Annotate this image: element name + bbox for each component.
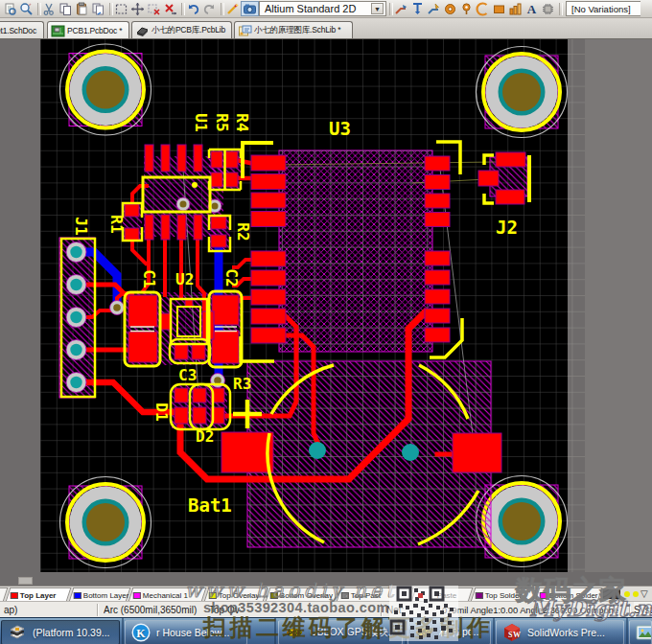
tab-pcblib[interactable]: 小七的PCB库.PcbLib bbox=[131, 21, 232, 38]
layer-color-swatch bbox=[209, 592, 217, 599]
layer-tab-bottom-overlay[interactable]: Bottom Overlay bbox=[266, 587, 339, 601]
paste-icon[interactable] bbox=[74, 1, 90, 16]
layer-tab-top-paste[interactable]: Top Past bbox=[337, 587, 414, 601]
layer-tab-mechanical1[interactable]: Mechanical 1 bbox=[128, 587, 207, 601]
edit-route-icon[interactable] bbox=[426, 1, 442, 16]
variant-combobox[interactable]: [No Variations] bbox=[566, 1, 640, 16]
designator-r3: R3 bbox=[233, 375, 251, 393]
layer-tab-label: Top Layer bbox=[20, 591, 57, 600]
undo-icon[interactable] bbox=[185, 1, 201, 16]
route-icon[interactable] bbox=[393, 1, 409, 16]
redo-icon[interactable] bbox=[201, 1, 218, 16]
taskbar-button-label: UBLOX GPS模块... bbox=[310, 626, 396, 639]
tab-sheet1-schdoc[interactable]: et1.SchDoc bbox=[0, 21, 44, 38]
cut-icon[interactable] bbox=[41, 1, 58, 16]
chevron-down-icon[interactable]: ▼ bbox=[371, 3, 384, 14]
image-viewer-icon bbox=[636, 623, 652, 642]
layer-dot-icon bbox=[633, 591, 639, 597]
taskbar-imageviewer-button[interactable] bbox=[629, 620, 652, 644]
status-divider bbox=[97, 604, 99, 616]
select-area-icon[interactable] bbox=[113, 1, 129, 16]
svg-text:PDF: PDF bbox=[417, 630, 431, 636]
tab-schlib[interactable]: 小七的原理图库.SchLib * bbox=[234, 21, 353, 38]
horizontal-scrollbar[interactable] bbox=[0, 572, 652, 586]
designator-r2: R2 bbox=[234, 222, 252, 241]
pad-icon[interactable] bbox=[442, 1, 458, 16]
designator-d2: D2 bbox=[196, 427, 214, 446]
copy-icon[interactable] bbox=[58, 1, 74, 16]
altium-designer-icon bbox=[8, 623, 27, 642]
arc-icon[interactable] bbox=[475, 1, 491, 16]
taskbar-separator bbox=[122, 618, 124, 644]
document-tabbar: et1.SchDoc PCB1.PcbDoc * 小七的PCB库.PcbLib … bbox=[0, 18, 652, 39]
layer-tab-bottom-paste[interactable]: Paste bbox=[411, 587, 474, 601]
scrollbar-thumb[interactable] bbox=[18, 577, 33, 585]
status-divider bbox=[629, 604, 631, 616]
zoom-icon[interactable] bbox=[18, 1, 35, 16]
designator-r1: R1 bbox=[107, 215, 126, 233]
cross-probe-icon[interactable] bbox=[2, 1, 18, 16]
designator-bat1: Bat1 bbox=[188, 494, 232, 516]
taskbar-separator bbox=[405, 618, 407, 644]
clear-filter-icon[interactable] bbox=[162, 1, 178, 16]
pdf-icon: PDF bbox=[285, 623, 304, 642]
filter-icon[interactable]: ▽ bbox=[640, 588, 648, 599]
status-layer: Top Ov bbox=[209, 602, 267, 618]
view-mode-combobox[interactable]: Altium Standard 2D ▼ bbox=[259, 1, 386, 16]
wand-icon[interactable] bbox=[224, 1, 241, 16]
layer-tab-top-solder[interactable]: Top Solder bbox=[471, 587, 538, 601]
layer-tab-label: Top Past bbox=[351, 591, 381, 600]
layer-tab-label: Paste bbox=[437, 591, 456, 600]
taskbar-solidworks-button[interactable]: SW SolidWorks Pre... bbox=[496, 620, 624, 644]
via-icon[interactable] bbox=[458, 1, 475, 16]
fanout-icon[interactable] bbox=[409, 1, 426, 16]
doc-tab-label: et1.SchDoc bbox=[0, 26, 36, 35]
move-icon[interactable] bbox=[129, 1, 146, 16]
layer-tab-top-overlay[interactable]: Top Overlay bbox=[204, 587, 268, 601]
layer-scroll-button[interactable] bbox=[603, 589, 620, 599]
layer-tab-label: Mechanical 1 bbox=[143, 591, 188, 600]
taskbar-pdf2-button[interactable]: PDF 格书.pd... bbox=[408, 620, 491, 644]
toolbar-separator bbox=[35, 2, 41, 16]
view-mode-value: Altium Standard 2D bbox=[265, 3, 356, 14]
taskbar-kugou-button[interactable]: K r House Below... bbox=[125, 620, 247, 644]
toolbar-separator bbox=[556, 2, 563, 16]
designator-j1: J1 bbox=[72, 217, 90, 235]
taskbar-pdf1-button[interactable]: PDF UBLOX GPS模块... bbox=[278, 620, 403, 644]
doc-tab-label: 小七的原理图库.SchLib * bbox=[254, 25, 340, 36]
taskbar-button-label: r House Below... bbox=[156, 627, 229, 638]
pcb-doc-icon bbox=[51, 25, 64, 36]
svg-text:W: W bbox=[513, 631, 521, 639]
layer-tab-label: Top Overlay bbox=[219, 591, 260, 600]
designator-c2: C2 bbox=[222, 268, 241, 287]
fill-icon[interactable] bbox=[491, 1, 507, 16]
layer-color-swatch bbox=[133, 592, 141, 599]
layer-tab-top-layer[interactable]: Top Layer bbox=[6, 587, 72, 601]
designator-r5: R5 bbox=[213, 113, 231, 131]
designator-u1: U1 bbox=[192, 113, 210, 131]
taskbar-altium-button[interactable]: (Platform 10.39... bbox=[1, 620, 120, 644]
svg-text:A: A bbox=[527, 2, 537, 16]
sch-lib-icon bbox=[238, 25, 251, 36]
layer-tab-label: Bottom Solder bbox=[549, 591, 598, 600]
toolbar-separator bbox=[218, 2, 224, 16]
doc-tab-label: PCB1.PcbDoc * bbox=[67, 26, 122, 35]
taskbar-separator bbox=[493, 618, 495, 644]
layer-tabbar: Top Layer Bottom Layer Mechanical 1 Top … bbox=[0, 586, 652, 601]
pcb-editor-canvas[interactable]: U1 R5 R4 J1 R1 R2 C1 C2 D1 U2 C3 R3 D2 U… bbox=[0, 39, 652, 572]
layer-tab-bottom-layer[interactable]: Bottom Layer bbox=[69, 587, 131, 601]
component-icon[interactable] bbox=[540, 1, 556, 16]
layer-tab-bottom-solder[interactable]: Bottom Solder bbox=[535, 587, 603, 601]
status-divider bbox=[381, 604, 383, 616]
paste-special-icon[interactable] bbox=[90, 1, 106, 16]
altium-designer-window: Altium Standard 2D ▼ A [No Variations] e… bbox=[0, 0, 652, 644]
deselect-icon[interactable] bbox=[146, 1, 162, 16]
designator-u2: U2 bbox=[175, 270, 194, 288]
tab-pcb1-pcbdoc[interactable]: PCB1.PcbDoc * bbox=[47, 21, 129, 38]
doc-tab-label: 小七的PCB库.PcbLib bbox=[151, 25, 225, 36]
string-icon[interactable]: A bbox=[524, 1, 540, 16]
main-toolbar: Altium Standard 2D ▼ A [No Variations] bbox=[0, 0, 652, 18]
taskbar-button-label: 格书.pd... bbox=[439, 626, 481, 639]
paste-array-icon[interactable] bbox=[507, 1, 524, 16]
snapshot-icon[interactable] bbox=[241, 1, 259, 16]
